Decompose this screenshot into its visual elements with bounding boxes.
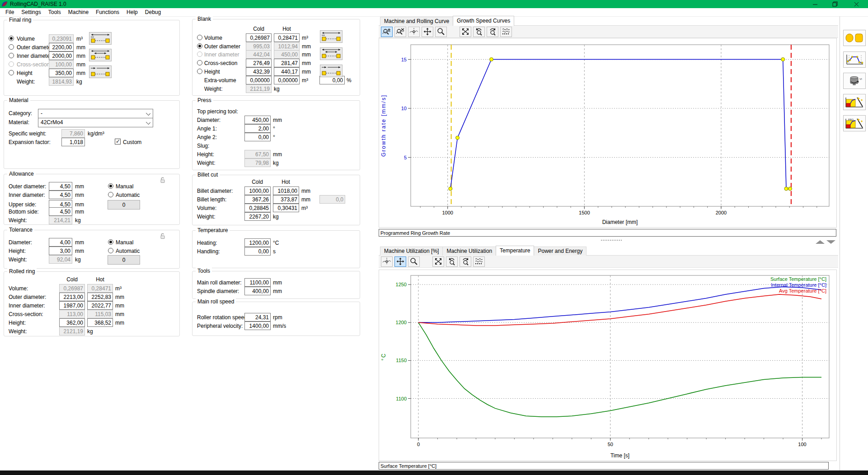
tab-growth-speed-curves[interactable]: Growth Speed Curves (453, 16, 514, 26)
growth-speed-chart[interactable]: 10001500200051015Diameter [mm]Growth rat… (379, 38, 837, 228)
billet-length-extra-input[interactable] (319, 195, 345, 204)
allowance-weight-input[interactable] (49, 216, 72, 224)
tolerance-counter-button[interactable]: 0 (108, 255, 140, 265)
final-ring-outer-diameter-radio[interactable] (9, 44, 14, 50)
menu-help[interactable]: Help (123, 8, 141, 16)
blank-height-hot-input[interactable] (274, 67, 300, 76)
final-ring-height-input[interactable] (49, 69, 74, 77)
final-ring-height-radio[interactable] (9, 70, 14, 75)
growth-curve-editor-button[interactable] (843, 51, 866, 68)
zoom-out-curve-button[interactable] (394, 27, 406, 37)
final-ring-volume-radio[interactable] (9, 36, 14, 41)
blank-cross-section-hot-input[interactable] (274, 59, 300, 67)
blank-volume-hot-input[interactable] (274, 33, 300, 42)
allowance-bottom-side-input[interactable] (49, 207, 72, 216)
custom-checkbox[interactable] (115, 139, 121, 144)
tab-machine-utilization-pct[interactable]: Machine Utilization [%] (380, 247, 443, 256)
temperature-chart-caption-input[interactable] (379, 462, 829, 470)
blank-inner-diameter-cold-input[interactable] (246, 50, 272, 59)
tab-machine-utilization[interactable]: Machine Utilization (442, 247, 496, 256)
zoom-previous-button[interactable] (473, 27, 485, 37)
blank-outer-diameter-hot-input[interactable] (274, 42, 300, 51)
tab-temperature[interactable]: Temperature (496, 246, 534, 256)
blank-inner-diameter-radio[interactable] (197, 51, 202, 57)
rolled-ring-inner-diameter-cold-input[interactable] (59, 301, 85, 310)
crosshair-curve-button[interactable] (381, 256, 393, 267)
peripheral-velocity-input[interactable] (244, 321, 271, 330)
tolerance-manual-radio[interactable] (108, 239, 113, 245)
tolerance-automatic-radio[interactable] (108, 248, 113, 253)
pan-button[interactable] (422, 27, 433, 37)
blank-outer-diameter-radio[interactable] (197, 43, 202, 49)
allowance-inner-diameter-input[interactable] (49, 191, 72, 199)
menu-functions[interactable]: Functions (92, 8, 123, 16)
rolled-ring-cross-section-cold-input[interactable] (59, 310, 85, 318)
blank-cross-section-cold-input[interactable] (246, 59, 272, 67)
rolled-ring-weight-input[interactable] (59, 327, 85, 335)
allowance-automatic-radio[interactable] (108, 192, 113, 197)
rolled-ring-height-hot-input[interactable] (87, 318, 113, 327)
menu-tools[interactable]: Tools (45, 8, 65, 16)
temperature-chart[interactable]: 0501001100115012001250Surface Temperatur… (379, 270, 837, 461)
rolled-ring-cross-section-hot-input[interactable] (87, 310, 113, 318)
zoom-next-button[interactable] (460, 256, 471, 267)
series-options-button[interactable] (473, 256, 485, 267)
material-select[interactable]: 42CrMo4 (38, 118, 153, 127)
fit-extents-button[interactable] (432, 256, 444, 267)
final-ring-inner-diameter-radio[interactable] (9, 53, 14, 58)
allowance-outer-diameter-input[interactable] (49, 182, 72, 191)
blank-inner-diameter-hot-input[interactable] (274, 50, 300, 59)
tolerance-height-input[interactable] (49, 247, 72, 255)
blank-ring-shapes-button[interactable] (843, 30, 866, 46)
billet-volume-cold-input[interactable] (244, 204, 271, 212)
menu-file[interactable]: File (2, 8, 18, 16)
billet-weight-input[interactable] (244, 212, 271, 221)
splitter-up-icon[interactable] (816, 240, 825, 244)
blank-volume-cold-input[interactable] (246, 33, 272, 42)
billet-length-hot-input[interactable] (273, 195, 299, 204)
crosshair-curve-button[interactable] (408, 27, 420, 37)
heating-temperature-input[interactable] (244, 238, 271, 247)
allowance-manual-radio[interactable] (108, 183, 113, 189)
final-ring-outer-diameter-input[interactable] (49, 43, 74, 51)
rolled-ring-outer-diameter-hot-input[interactable] (87, 293, 113, 301)
machine-3d-view-button[interactable]: VI (843, 73, 866, 89)
tolerance-weight-input[interactable] (49, 255, 72, 264)
growth-chart-caption-input[interactable] (379, 229, 836, 237)
specific-weight-input[interactable] (61, 129, 85, 138)
menu-settings[interactable]: Settings (18, 8, 44, 16)
blank-extra-volume-hot-input[interactable] (274, 76, 300, 84)
rolled-ring-outer-diameter-cold-input[interactable] (59, 293, 85, 301)
billet-diameter-hot-input[interactable] (273, 186, 299, 195)
fit-extents-button[interactable] (460, 27, 471, 37)
menu-machine[interactable]: Machine (65, 8, 92, 16)
press-angle1-input[interactable] (244, 124, 271, 133)
category-select[interactable]: - (38, 109, 153, 118)
press-slug-weight-input[interactable] (244, 158, 271, 167)
tab-power-and-energy[interactable]: Power and Energy (534, 247, 586, 256)
billet-volume-hot-input[interactable] (273, 204, 299, 212)
zoom-next-button[interactable] (487, 27, 498, 37)
expansion-factor-input[interactable] (61, 138, 85, 146)
zoom-in-curve-button[interactable] (381, 27, 393, 37)
rolled-ring-height-cold-input[interactable] (59, 318, 85, 327)
blank-volume-radio[interactable] (197, 35, 202, 40)
rolled-ring-inner-diameter-hot-input[interactable] (87, 301, 113, 310)
press-angle2-input[interactable] (244, 133, 271, 141)
tab-machine-and-rolling-curve[interactable]: Machine and Rolling Curve (380, 17, 453, 26)
spindle-diameter-input[interactable] (244, 287, 271, 295)
splitter-handle[interactable] (601, 240, 622, 241)
blank-extra-volume-cold-input[interactable] (246, 76, 272, 84)
final-ring-inner-diameter-input[interactable] (49, 51, 74, 60)
zoom-previous-button[interactable] (446, 256, 458, 267)
blank-outer-diameter-cold-input[interactable] (246, 42, 272, 51)
rolling-curve-auto-pro-button[interactable]: PRO (843, 115, 866, 131)
handling-time-input[interactable] (244, 247, 271, 256)
series-options-button[interactable] (500, 27, 512, 37)
rolling-curve-auto-button[interactable] (843, 94, 866, 110)
final-ring-weight-input[interactable] (49, 77, 74, 86)
close-button[interactable] (849, 0, 864, 8)
tolerance-diameter-input[interactable] (49, 238, 72, 247)
final-ring-cross-section-radio[interactable] (9, 61, 14, 67)
restore-button[interactable] (827, 0, 843, 8)
